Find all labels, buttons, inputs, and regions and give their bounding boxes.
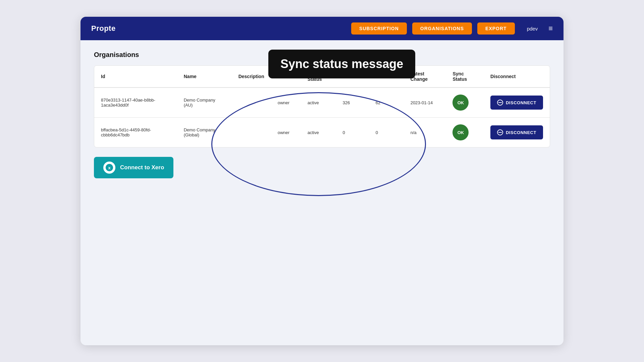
organisations-table: Id Name Description Access Org Status Jo… (94, 66, 550, 147)
organisations-table-card: Id Name Description Access Org Status Jo… (94, 65, 550, 147)
cell-id-2: bffacbea-5d1c-4459-80fd-cbbb6dc47bdb (94, 118, 177, 147)
col-header-latest-change: Latest Change (404, 66, 446, 87)
cell-latest-change-1: 2023-01-14 (404, 87, 446, 118)
cell-accounts-1: 62 (369, 87, 404, 118)
cell-org-status-1: active (301, 87, 336, 118)
cell-journals-1: 326 (336, 87, 369, 118)
hamburger-menu-icon[interactable]: ≡ (548, 25, 553, 32)
col-header-sync-status: Sync Status (446, 66, 484, 87)
disconnect-icon-2 (497, 129, 503, 135)
navbar: Propte SUBSCRIPTION ORGANISATIONS EXPORT… (80, 17, 564, 40)
sync-status-badge-2: OK (452, 124, 469, 140)
disconnect-label-2: DISCONNECT (506, 130, 536, 135)
subscription-button[interactable]: SUBSCRIPTION (351, 22, 407, 35)
col-header-name: Name (177, 66, 232, 87)
cell-name-2: Demo Company (Global) (177, 118, 232, 147)
cell-description-1 (232, 87, 271, 118)
disconnect-button-2[interactable]: DISCONNECT (490, 125, 543, 139)
cell-sync-status-1: OK (446, 87, 484, 118)
col-header-accounts: Accounts (369, 66, 404, 87)
col-header-access: Access (271, 66, 301, 87)
page-title: Organisations (94, 51, 550, 59)
main-content: Organisations Sync status message Id Nam… (80, 40, 564, 345)
cell-disconnect-2: DISCONNECT (484, 118, 550, 147)
connect-xero-button[interactable]: x Connect to Xero (94, 157, 173, 178)
cell-access-2: owner (271, 118, 301, 147)
col-header-id: Id (94, 66, 177, 87)
xero-logo-inner: x (106, 164, 113, 171)
navbar-actions: SUBSCRIPTION ORGANISATIONS EXPORT pdev ≡ (351, 22, 553, 35)
cell-latest-change-2: n/a (404, 118, 446, 147)
cell-description-2 (232, 118, 271, 147)
disconnect-button-1[interactable]: DISCONNECT (490, 96, 543, 110)
disconnect-label-1: DISCONNECT (506, 100, 536, 105)
cell-id-1: 870e3313-1147-40ae-b8bb-1aca3e43dd0f (94, 87, 177, 118)
connect-xero-label: Connect to Xero (120, 164, 164, 171)
col-header-description: Description (232, 66, 271, 87)
table-header-row: Id Name Description Access Org Status Jo… (94, 66, 550, 87)
cell-accounts-2: 0 (369, 118, 404, 147)
col-header-journals: Journals (336, 66, 369, 87)
cell-name-1: Demo Company (AU) (177, 87, 232, 118)
sync-status-badge-1: OK (452, 95, 469, 111)
cell-journals-2: 0 (336, 118, 369, 147)
table-row: bffacbea-5d1c-4459-80fd-cbbb6dc47bdb Dem… (94, 118, 550, 147)
cell-access-1: owner (271, 87, 301, 118)
brand-logo: Propte (91, 24, 116, 33)
cell-sync-status-2: OK (446, 118, 484, 147)
col-header-org-status: Org Status (301, 66, 336, 87)
table-row: 870e3313-1147-40ae-b8bb-1aca3e43dd0f Dem… (94, 87, 550, 118)
disconnect-icon-1 (497, 100, 503, 106)
user-label: pdev (527, 26, 538, 32)
app-container: Propte SUBSCRIPTION ORGANISATIONS EXPORT… (80, 17, 564, 345)
xero-logo: x (103, 162, 115, 174)
cell-disconnect-1: DISCONNECT (484, 87, 550, 118)
cell-org-status-2: active (301, 118, 336, 147)
col-header-disconnect: Disconnect (484, 66, 550, 87)
organisations-button[interactable]: ORGANISATIONS (412, 22, 472, 35)
export-button[interactable]: EXPORT (477, 22, 515, 35)
